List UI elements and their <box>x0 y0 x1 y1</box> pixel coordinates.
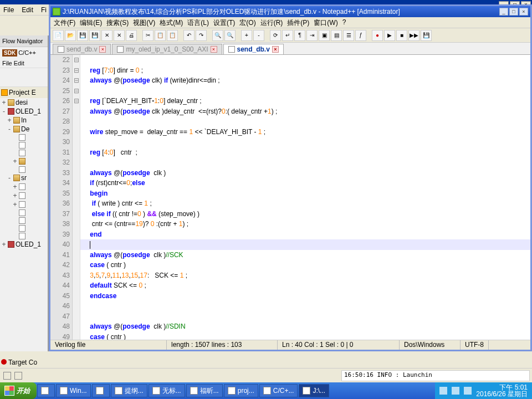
taskbar-item[interactable]: 福昕... <box>186 384 223 397</box>
editor-tab[interactable]: send_db.v× <box>53 44 111 54</box>
tray-icon[interactable] <box>439 387 447 395</box>
system-tray[interactable]: 下午 5:01 2016/6/26 星期日 <box>435 382 532 399</box>
save-all-icon[interactable]: 💾 <box>89 30 100 41</box>
close-all-icon[interactable]: ✕ <box>114 30 125 41</box>
taskbar-item[interactable]: J:\... <box>299 384 329 397</box>
project-explorer-header[interactable]: Project E <box>0 87 48 98</box>
zoom-in-icon[interactable]: + <box>241 30 252 41</box>
tree-item[interactable]: + <box>1 157 48 166</box>
np-menu-item[interactable]: 语言(L) <box>187 18 209 27</box>
tab-close-icon[interactable]: × <box>211 46 217 53</box>
np-menu-item[interactable]: 设置(T) <box>213 18 235 27</box>
fold-icon[interactable]: ▣ <box>319 30 330 41</box>
save-icon[interactable]: 💾 <box>77 30 88 41</box>
tree-item[interactable]: + <box>1 200 48 209</box>
sync-icon[interactable]: ⟳ <box>270 30 281 41</box>
close-file-icon[interactable]: ✕ <box>101 30 112 41</box>
expand-icon[interactable]: + <box>12 157 18 165</box>
np-editor[interactable]: 2223242526272829303132333435363738394041… <box>50 55 530 340</box>
tree-item[interactable] <box>1 166 48 173</box>
np-menu-item[interactable]: 搜索(S) <box>106 18 129 27</box>
np-menu-item[interactable]: 插件(P) <box>287 18 309 27</box>
tree-item[interactable]: + <box>1 182 48 191</box>
expand-icon[interactable]: + <box>7 116 12 124</box>
print-icon[interactable]: 🖨 <box>126 30 137 41</box>
stop-icon[interactable]: ■ <box>396 30 407 41</box>
taskbar-item[interactable]: C/C+... <box>259 384 298 397</box>
paste-icon[interactable]: 📋 <box>167 30 178 41</box>
fold-marker[interactable]: ⊟ <box>73 86 80 96</box>
taskbar-item[interactable]: 无标... <box>149 384 185 397</box>
tree-item[interactable]: -OLED_1 <box>1 107 48 116</box>
np-title-bar[interactable]: J:\RUANJIAN\视频教程发布\14,综合分析PS和PL部分对OLED驱动… <box>50 6 530 17</box>
tree-item[interactable] <box>1 232 48 240</box>
tree-item[interactable]: -sr <box>1 173 48 182</box>
tree-item[interactable]: + <box>1 191 48 200</box>
zoom-out-icon[interactable]: - <box>253 30 264 41</box>
np-minimize-button[interactable]: _ <box>499 8 508 16</box>
menu-fi[interactable]: Fi <box>41 6 47 14</box>
start-button[interactable]: 开始 <box>0 382 37 399</box>
tree-item[interactable]: -De <box>1 125 48 134</box>
editor-tab[interactable]: my_oled_ip_v1_0_S00_AXI× <box>112 44 222 54</box>
unfold-icon[interactable]: ▤ <box>331 30 342 41</box>
np-close-button[interactable]: × <box>519 8 528 16</box>
taskbar-item[interactable]: Win... <box>56 384 91 397</box>
redo-icon[interactable]: ↷ <box>196 30 207 41</box>
tray-icon[interactable] <box>464 387 472 395</box>
tree-item[interactable] <box>1 149 48 157</box>
fold-gutter[interactable]: ⊟⊟⊟⊟⊟ <box>73 55 80 340</box>
tree-item[interactable]: +desi <box>1 98 48 107</box>
taskbar-item[interactable]: 提纲... <box>111 384 147 397</box>
fold-marker[interactable]: ⊟ <box>73 96 80 106</box>
taskbar-item[interactable] <box>92 384 110 397</box>
replace-icon[interactable]: 🔍 <box>224 30 236 41</box>
taskbar-item[interactable] <box>37 384 55 397</box>
show-all-icon[interactable]: ¶ <box>294 30 305 41</box>
editor-tab[interactable]: send_db.v× <box>223 44 284 54</box>
project-tree[interactable]: +desi-OLED_1+In-De+-sr++++OLED_1 <box>0 98 48 249</box>
indent-icon[interactable]: ⇥ <box>306 30 318 41</box>
expand-icon[interactable]: + <box>1 241 7 248</box>
tree-item[interactable] <box>1 209 48 217</box>
expand-icon[interactable]: - <box>1 108 7 115</box>
tree-item[interactable] <box>1 217 48 224</box>
tree-item[interactable] <box>1 141 48 149</box>
code-area[interactable]: reg [7:0] dinr = 0 ; always @(posedge cl… <box>80 55 530 340</box>
tray-icon[interactable] <box>452 387 459 395</box>
np-menu-item[interactable]: 宏(O) <box>239 18 255 27</box>
func-list-icon[interactable]: ƒ <box>355 30 366 41</box>
expand-icon[interactable]: + <box>12 192 18 200</box>
np-maximize-button[interactable]: □ <box>509 8 518 16</box>
play-icon[interactable]: ▶ <box>384 30 395 41</box>
undo-icon[interactable]: ↶ <box>183 30 195 41</box>
record-icon[interactable]: ● <box>372 30 383 41</box>
play-multi-icon[interactable]: ▶▶ <box>408 30 420 41</box>
expand-icon[interactable]: + <box>12 201 18 208</box>
fold-marker[interactable]: ⊟ <box>73 65 80 76</box>
doc-map-icon[interactable]: ☰ <box>343 30 354 41</box>
expand-icon[interactable]: - <box>7 125 12 133</box>
open-file-icon[interactable]: 📂 <box>65 30 76 41</box>
expand-icon[interactable]: + <box>12 183 18 191</box>
taskbar-item[interactable]: proj... <box>224 384 258 397</box>
np-menu-item[interactable]: 文件(F) <box>54 18 75 27</box>
tree-item[interactable]: +OLED_1 <box>1 240 48 249</box>
tree-item[interactable] <box>1 224 48 232</box>
new-file-icon[interactable]: 📄 <box>53 30 64 41</box>
cut-icon[interactable]: ✂ <box>142 30 154 41</box>
tray-clock[interactable]: 下午 5:01 2016/6/26 星期日 <box>476 384 528 397</box>
menu-edit[interactable]: Edit <box>22 6 33 14</box>
tab-close-icon[interactable]: × <box>99 46 106 53</box>
copy-icon[interactable]: 📋 <box>155 30 166 41</box>
np-menu-item[interactable]: 视图(V) <box>133 18 155 27</box>
fold-marker[interactable]: ⊟ <box>73 75 80 86</box>
wrap-icon[interactable]: ↵ <box>282 30 293 41</box>
expand-icon[interactable]: + <box>1 99 7 106</box>
np-menu-item[interactable]: 格式(M) <box>160 18 183 27</box>
np-menu-item[interactable]: 运行(R) <box>260 18 283 27</box>
tree-item[interactable] <box>1 134 48 141</box>
np-menu-item[interactable]: ? <box>342 18 346 27</box>
tree-item[interactable]: +In <box>1 116 48 125</box>
fold-marker[interactable]: ⊟ <box>73 55 80 65</box>
